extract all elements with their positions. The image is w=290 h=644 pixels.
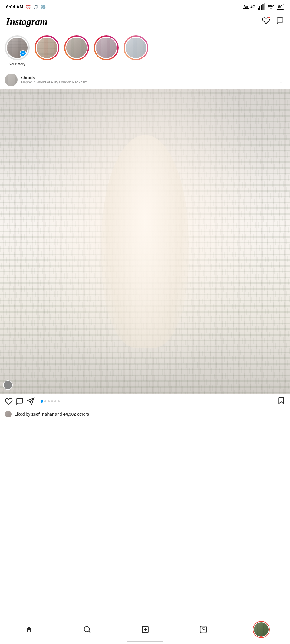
likes-username: zeef_nahar <box>31 412 54 417</box>
signal-icon <box>257 2 265 11</box>
wifi-icon <box>267 2 275 11</box>
post-corner-avatar <box>3 380 13 390</box>
story-avatar-1 <box>36 37 58 59</box>
post-subtitle: Happy in World of Play London Peckham <box>21 80 87 84</box>
post-actions <box>0 394 290 410</box>
notification-dot <box>268 16 271 19</box>
likes-others: and <box>55 412 63 417</box>
media-icon: 🎵 <box>33 5 38 9</box>
post-user-avatar <box>5 74 18 86</box>
svg-rect-3 <box>262 4 263 10</box>
home-indicator <box>127 641 163 642</box>
profile-active-indicator <box>260 636 262 638</box>
story-item-4[interactable] <box>124 35 148 66</box>
svg-point-7 <box>84 626 89 632</box>
add-story-icon: + <box>20 50 26 57</box>
dot-4 <box>51 400 53 402</box>
battery-icon: 60 <box>277 4 284 10</box>
messenger-button[interactable] <box>276 17 284 27</box>
post-image <box>0 89 290 394</box>
post-image-container <box>0 89 290 394</box>
story-item-3[interactable] <box>94 35 119 66</box>
profile-avatar <box>254 622 269 637</box>
post-header: shrads Happy in World of Play London Pec… <box>0 70 290 89</box>
comment-button[interactable] <box>16 397 27 405</box>
story-avatar-2 <box>65 37 88 59</box>
svg-point-13 <box>202 628 203 629</box>
reels-nav-button[interactable] <box>195 624 212 635</box>
battery-level: 60 <box>278 5 282 9</box>
status-left: 6:04 AM ⏰ 🎵 ⚙️ <box>6 4 46 9</box>
status-time: 6:04 AM <box>6 4 23 9</box>
svg-rect-2 <box>261 5 262 10</box>
profile-nav-container <box>253 621 270 638</box>
story-ring-3 <box>94 35 119 60</box>
post-user-info: shrads Happy in World of Play London Pec… <box>5 74 87 86</box>
likes-count: 44,302 <box>63 412 76 417</box>
story-ring-1 <box>35 35 59 60</box>
own-story-label: Your story <box>9 62 25 66</box>
share-button[interactable] <box>27 397 38 405</box>
carousel-dots <box>41 400 60 403</box>
story-item-2[interactable] <box>64 35 89 66</box>
instagram-logo: Instagram <box>6 16 48 27</box>
post-image-figure <box>101 135 188 348</box>
svg-rect-4 <box>264 3 265 10</box>
home-nav-button[interactable] <box>20 624 38 635</box>
dot-1 <box>41 400 43 403</box>
story-avatar-own: + <box>6 37 28 59</box>
svg-rect-1 <box>259 6 260 10</box>
dot-3 <box>48 400 50 402</box>
bottom-nav <box>0 618 290 644</box>
likes-avatar <box>5 411 12 417</box>
activity-button[interactable] <box>262 17 270 27</box>
alarm-icon: ⏰ <box>26 5 31 9</box>
settings-icon: ⚙️ <box>41 5 46 9</box>
svg-rect-0 <box>258 8 259 10</box>
story-ring-4 <box>124 35 148 60</box>
story-avatar-3 <box>95 37 117 59</box>
likes-others-label: others <box>77 412 89 417</box>
volte-indicator: Vo <box>243 5 249 9</box>
post-username: shrads <box>21 75 87 80</box>
profile-nav-button[interactable] <box>253 621 270 638</box>
dot-5 <box>54 400 56 402</box>
post-more-button[interactable]: ⋮ <box>277 75 285 85</box>
likes-by-label: Liked by <box>15 412 30 417</box>
app-header: Instagram <box>0 14 290 31</box>
bookmark-button[interactable] <box>277 397 285 407</box>
story-item-own[interactable]: + Your story <box>5 35 30 66</box>
svg-line-8 <box>89 631 90 633</box>
post-likes: Liked by zeef_nahar and 44,302 others <box>0 410 290 420</box>
header-icons <box>262 17 284 27</box>
stories-row: + Your story <box>0 31 290 70</box>
dot-2 <box>44 400 46 402</box>
search-nav-button[interactable] <box>78 624 96 635</box>
create-nav-button[interactable] <box>137 624 154 635</box>
like-button[interactable] <box>5 397 16 405</box>
network-type: 4G <box>251 5 255 9</box>
story-ring-own: + <box>5 35 30 60</box>
dot-6 <box>58 400 60 402</box>
story-item-1[interactable] <box>35 35 59 66</box>
story-ring-2 <box>64 35 89 60</box>
status-right: Vo 4G 60 <box>243 2 284 11</box>
story-avatar-4 <box>125 37 147 59</box>
likes-text: Liked by zeef_nahar and 44,302 others <box>15 412 89 417</box>
status-bar: 6:04 AM ⏰ 🎵 ⚙️ Vo 4G 60 <box>0 0 290 14</box>
